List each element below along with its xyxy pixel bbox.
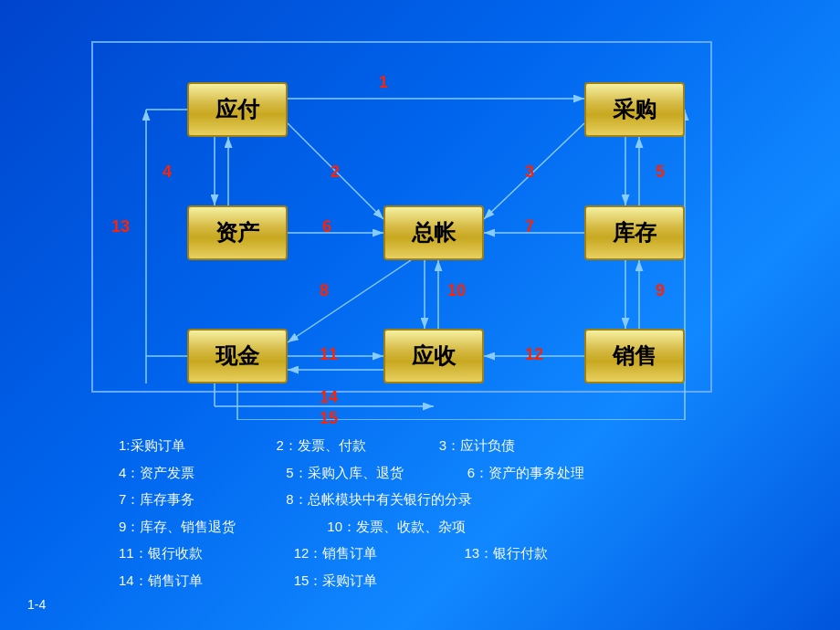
legend-row-1: 1:采购订单 2：发票、付款 3：应计负债 — [119, 434, 813, 457]
module-yingshou: 应收 — [383, 329, 484, 383]
module-xiaoshou: 销售 — [584, 329, 685, 383]
arrow-label-7: 7 — [525, 217, 534, 236]
legend-row-3: 7：库存事务 8：总帐模块中有关银行的分录 — [119, 488, 813, 511]
legend-item-1: 1:采购订单 — [119, 434, 185, 457]
module-yingfu: 应付 — [187, 82, 288, 137]
arrow-label-3: 3 — [525, 163, 534, 182]
arrow-label-15: 15 — [320, 409, 338, 428]
module-zichan: 资产 — [187, 205, 288, 260]
arrow-label-8: 8 — [320, 281, 329, 300]
legend-item-14: 14：销售订单 — [119, 569, 203, 593]
legend-item-5: 5：采购入库、退货 — [286, 461, 403, 485]
arrow-label-4: 4 — [163, 163, 172, 182]
diagram-area: 应付 采购 资产 总帐 库存 现金 应收 销售 1 2 3 4 5 6 7 8 … — [55, 27, 785, 420]
arrow-label-13: 13 — [111, 217, 130, 236]
legend-item-10: 10：发票、收款、杂项 — [327, 515, 466, 539]
legend-item-6: 6：资产的事务处理 — [467, 461, 584, 485]
module-xianjin: 现金 — [187, 329, 288, 383]
legend-item-12: 12：销售订单 — [294, 541, 378, 565]
legend-item-3: 3：应计负债 — [439, 434, 515, 457]
legend-item-2: 2：发票、付款 — [277, 434, 366, 457]
module-zongzhang: 总帐 — [383, 205, 484, 260]
legend-item-8: 8：总帐模块中有关银行的分录 — [286, 488, 471, 511]
legend-item-13: 13：银行付款 — [464, 541, 548, 565]
page-number: 1-4 — [27, 597, 46, 612]
legend-area: 1:采购订单 2：发票、付款 3：应计负债 4：资产发票 5：采购入库、退货 6… — [119, 434, 813, 595]
legend-item-15: 15：采购订单 — [294, 569, 378, 593]
legend-row-6: 14：销售订单 15：采购订单 — [119, 569, 813, 593]
arrow-label-14: 14 — [320, 388, 338, 407]
legend-item-7: 7：库存事务 — [119, 488, 194, 511]
arrow-label-9: 9 — [656, 281, 665, 300]
arrow-label-5: 5 — [656, 163, 665, 182]
arrow-label-11: 11 — [320, 345, 338, 364]
legend-item-11: 11：银行收款 — [119, 541, 203, 565]
arrow-label-10: 10 — [447, 281, 466, 300]
legend-row-4: 9：库存、销售退货 10：发票、收款、杂项 — [119, 515, 813, 539]
legend-row-2: 4：资产发票 5：采购入库、退货 6：资产的事务处理 — [119, 461, 813, 485]
legend-item-4: 4：资产发票 — [119, 461, 194, 485]
arrow-label-12: 12 — [525, 345, 543, 364]
legend-item-9: 9：库存、销售退货 — [119, 515, 236, 539]
module-kucun: 库存 — [584, 205, 685, 260]
legend-row-5: 11：银行收款 12：销售订单 13：银行付款 — [119, 541, 813, 565]
arrow-label-1: 1 — [379, 73, 388, 92]
module-caigou: 采购 — [584, 82, 685, 137]
arrow-label-6: 6 — [322, 217, 331, 236]
arrow-label-2: 2 — [331, 163, 340, 182]
